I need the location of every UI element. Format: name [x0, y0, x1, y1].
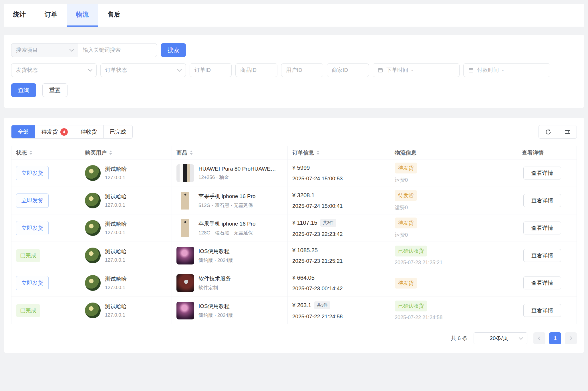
view-detail-button[interactable]: 查看详情 [523, 249, 561, 262]
filter-tab-label: 已完成 [110, 128, 126, 136]
pay-time-range-picker[interactable]: 付款时间 - [463, 63, 550, 77]
view-detail-button[interactable]: 查看详情 [523, 277, 561, 289]
page-number-button[interactable]: 1 [549, 332, 561, 344]
status-action[interactable]: 立即发货 [16, 166, 49, 180]
chevron-right-icon [568, 336, 572, 340]
order-time-placeholder: 下单时间 [386, 66, 408, 74]
order-time-range-picker[interactable]: 下单时间 - [373, 63, 460, 77]
table-row: 立即发货 测试哈哈 127.0.0.1 HUAWEI Pura 80 ProHU… [11, 159, 577, 187]
filter-tab-label: 待发货 [41, 128, 58, 136]
order-id-field [190, 63, 232, 77]
buyer-ip: 127.0.0.1 [105, 257, 127, 263]
chevron-down-icon [88, 67, 93, 72]
logistics-status-tag: 已确认收货 [395, 246, 427, 256]
ship-status-select[interactable]: 发货状态 [11, 63, 97, 77]
product-image [176, 219, 194, 237]
view-detail-button[interactable]: 查看详情 [523, 194, 561, 207]
table-header-row: 状态 购买用户 商品 订单信息 物流信息 查看详情 [11, 146, 577, 159]
status-action[interactable]: 立即发货 [16, 276, 49, 290]
page-size-value: 20条/页 [490, 335, 508, 342]
logistics-status-tag: 已确认收货 [395, 301, 427, 311]
status-action: 已完成 [16, 249, 40, 262]
order-id-input[interactable] [194, 67, 227, 73]
tab-logistics[interactable]: 物流 [67, 4, 98, 27]
buyer-ip: 127.0.0.1 [105, 230, 127, 236]
view-detail-button[interactable]: 查看详情 [523, 222, 561, 234]
buyer-name: 测试哈哈 [105, 165, 127, 173]
col-header-product[interactable]: 商品 [172, 146, 288, 159]
column-settings-button[interactable] [558, 125, 577, 138]
status-action[interactable]: 立即发货 [16, 221, 49, 235]
product-image [176, 247, 194, 264]
logistics-note: 运费0 [395, 177, 408, 183]
filter-tab-all[interactable]: 全部 [11, 125, 35, 138]
sort-icon[interactable] [190, 151, 193, 155]
chevron-down-icon [177, 67, 182, 72]
table-row: 立即发货 测试哈哈 127.0.0.1 苹果手机 iphone 16 Pro 1… [11, 214, 577, 242]
order-time: 2025-07-23 22:23:42 [292, 231, 343, 237]
filter-tab-completed[interactable]: 已完成 [103, 125, 132, 138]
table-row: 立即发货 测试哈哈 127.0.0.1 苹果手机 iphone 16 Pro 5… [11, 187, 577, 214]
product-image [176, 164, 194, 182]
order-price: ¥ 5999 [292, 165, 310, 171]
buyer-name: 测试哈哈 [105, 220, 127, 228]
avatar [85, 193, 101, 208]
buyer-name: 测试哈哈 [105, 193, 127, 200]
avatar [85, 275, 101, 291]
col-header-buyer[interactable]: 购买用户 [80, 146, 172, 159]
filter-tab-pending-ship[interactable]: 待发货4 [35, 125, 74, 138]
filter-tab-pending-receive[interactable]: 待收货 [74, 125, 103, 138]
calendar-icon [378, 67, 383, 73]
tab-statistics[interactable]: 统计 [4, 4, 35, 27]
order-count-badge: 共3件 [320, 219, 336, 227]
buyer-ip: 127.0.0.1 [105, 312, 127, 318]
search-category-select[interactable]: 搜索项目 [11, 43, 78, 57]
search-button[interactable]: 搜索 [161, 43, 186, 57]
col-header-order-info[interactable]: 订单信息 [288, 146, 390, 159]
tab-orders[interactable]: 订单 [35, 4, 67, 27]
tab-aftersale[interactable]: 售后 [98, 4, 130, 27]
product-spec: 12+256 · 釉金 [198, 174, 276, 181]
table-row: 已完成 测试哈哈 127.0.0.1 IOS使用教程 简约版 · 2024版 ¥… [11, 297, 577, 324]
query-button[interactable]: 查询 [11, 83, 36, 97]
view-detail-button[interactable]: 查看详情 [523, 167, 561, 179]
keyword-input[interactable] [78, 47, 157, 53]
filter-tab-label: 待收货 [81, 128, 97, 136]
buyer-ip: 127.0.0.1 [105, 202, 127, 208]
prev-page-button[interactable] [533, 332, 545, 344]
buyer-name: 测试哈哈 [105, 248, 127, 255]
order-price: ¥ 3208.1 [292, 192, 315, 199]
col-header-logistics: 物流信息 [390, 146, 517, 159]
refresh-button[interactable] [539, 125, 558, 138]
keyword-input-wrap [78, 43, 157, 57]
order-list-panel: 全部 待发货4 待收货 已完成 [4, 118, 584, 353]
order-time: 2025-07-23 00:14:42 [292, 285, 343, 292]
next-page-button[interactable] [565, 332, 577, 344]
order-time: 2025-07-22 21:24:58 [292, 313, 343, 320]
product-title: 软件技术服务 [198, 275, 231, 283]
view-detail-button[interactable]: 查看详情 [523, 304, 561, 317]
order-status-select[interactable]: 订单状态 [100, 63, 186, 77]
sort-icon[interactable] [109, 151, 112, 155]
product-title: IOS使用教程 [198, 303, 233, 310]
sort-icon[interactable] [29, 151, 32, 155]
filter-settings-icon [564, 129, 571, 135]
product-title: 苹果手机 iphone 16 Pro [198, 220, 256, 228]
logistics-note: 2025-07-23 21:25:21 [395, 260, 442, 266]
logistics-note: 2025-07-22 21:24:58 [395, 315, 442, 321]
sort-icon[interactable] [317, 151, 319, 155]
user-id-input[interactable] [286, 67, 318, 73]
avatar [85, 303, 101, 318]
orders-table: 状态 购买用户 商品 订单信息 物流信息 查看详情 立即发货 测试哈哈 127.… [11, 146, 577, 324]
user-id-field [281, 63, 323, 77]
status-action[interactable]: 立即发货 [16, 193, 49, 208]
page-size-select[interactable]: 20条/页 [474, 332, 527, 344]
col-header-detail: 查看详情 [517, 146, 577, 159]
buyer-name: 测试哈哈 [105, 275, 127, 283]
product-id-input[interactable] [240, 67, 273, 73]
order-price: ¥ 263.1 [292, 302, 311, 309]
merchant-id-input[interactable] [332, 67, 364, 73]
product-id-field [235, 63, 277, 77]
reset-button[interactable]: 重置 [42, 83, 67, 97]
col-header-status[interactable]: 状态 [11, 146, 80, 159]
